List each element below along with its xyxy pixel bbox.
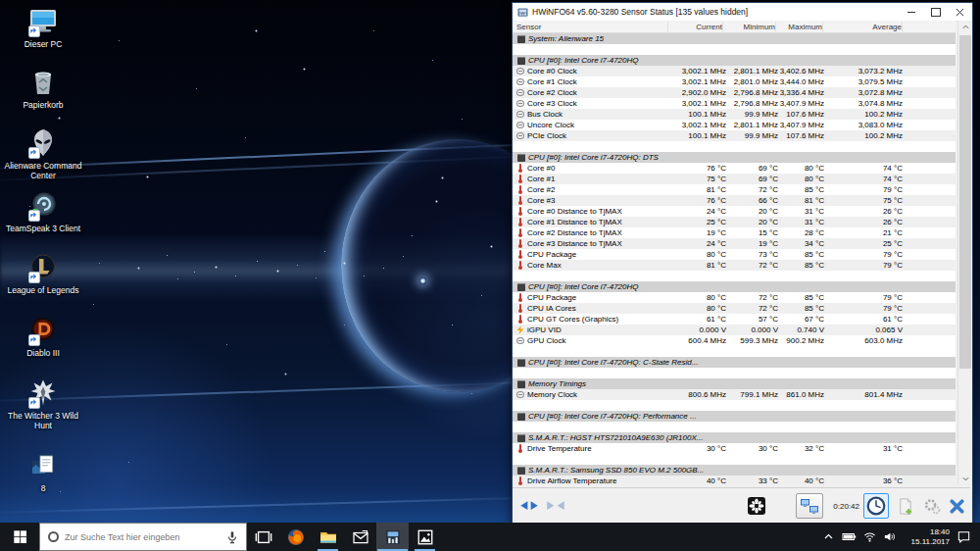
- maximize-button[interactable]: [923, 3, 948, 21]
- scroll-down-icon[interactable]: [958, 473, 973, 485]
- sensor-row[interactable]: CPU Package80 °C73 °C85 °C79 °C: [513, 249, 956, 260]
- sensor-row[interactable]: Core #1 Distance to TjMAX25 °C20 °C31 °C…: [513, 217, 956, 227]
- microphone-icon[interactable]: [224, 529, 240, 545]
- sensor-row[interactable]: Core #1 Clock3,002.1 MHz2,801.0 MHz3,444…: [513, 76, 956, 87]
- sensor-row[interactable]: CPU IA Cores80 °C72 °C85 °C79 °C: [513, 303, 956, 314]
- sensor-row[interactable]: Core #2 Distance to TjMAX19 °C15 °C28 °C…: [513, 227, 956, 238]
- witcher-icon: [27, 377, 59, 409]
- column-header[interactable]: Sensor Current Minimum Maximum Average: [513, 21, 956, 33]
- expand-values-button[interactable]: [516, 493, 542, 519]
- value-average: 74 °C: [824, 174, 903, 184]
- sensor-row[interactable]: Core #3 Distance to TjMAX24 °C19 °C34 °C…: [513, 238, 956, 249]
- scrollbar-thumb[interactable]: [959, 35, 971, 369]
- sensor-row[interactable]: Core #175 °C69 °C80 °C74 °C: [513, 174, 956, 184]
- column-minimum[interactable]: Minimum: [723, 22, 776, 32]
- sensor-row[interactable]: Memory Clock800.6 MHz799.1 MHz861.0 MHz8…: [513, 389, 956, 400]
- sensor-label: Core #3: [527, 195, 672, 206]
- value-minimum: 69 °C: [726, 163, 778, 174]
- taskbar-app-hwinfo[interactable]: [376, 523, 409, 551]
- column-maximum[interactable]: Maximum: [776, 22, 823, 32]
- desktop-icon-label: The Witcher 3 Wild Hunt: [0, 411, 86, 430]
- sensor-row[interactable]: Core #0 Distance to TjMAX24 °C20 °C31 °C…: [513, 206, 956, 217]
- desktop-icon-8[interactable]: 8: [0, 450, 86, 493]
- desktop-icon-papierkorb[interactable]: Papierkorb: [0, 67, 86, 110]
- thermometer-icon: [516, 261, 524, 270]
- value-maximum: 85 °C: [778, 303, 824, 314]
- value-maximum: 32 °C: [778, 443, 824, 454]
- spacer-row: [513, 141, 956, 152]
- taskbar-app-photos[interactable]: [409, 523, 441, 551]
- sensor-group-header[interactable]: System: Alienware 15: [513, 33, 956, 44]
- scrollbar[interactable]: [957, 21, 972, 485]
- minimize-button[interactable]: [899, 3, 923, 21]
- sensor-row[interactable]: Uncore Clock3,002.1 MHz2,801.1 MHz3,407.…: [513, 120, 956, 130]
- sensor-group-header[interactable]: S.M.A.R.T.: Samsung SSD 850 EVO M.2 500G…: [513, 465, 956, 476]
- desktop-icon-alienware-command-center[interactable]: Alienware Command Center: [0, 127, 86, 180]
- column-average[interactable]: Average: [823, 22, 903, 32]
- taskbar-app-firefox[interactable]: [279, 523, 312, 551]
- desktop-icon-dieser-pc[interactable]: Dieser PC: [0, 6, 86, 49]
- desktop-icon-the-witcher-3-wild-hunt[interactable]: The Witcher 3 Wild Hunt: [0, 377, 86, 430]
- system-tray: 18:40 15.11.2017: [822, 523, 980, 551]
- battery-icon[interactable]: [842, 530, 857, 543]
- sensor-group-header[interactable]: S.M.A.R.T.: HGST HTS721010A9E630 (JR100X…: [513, 432, 956, 443]
- sensor-row[interactable]: Core Max81 °C72 °C85 °C79 °C: [513, 260, 956, 271]
- fan-control-button[interactable]: [744, 493, 769, 519]
- sensor-row[interactable]: Core #281 °C72 °C85 °C79 °C: [513, 184, 956, 195]
- sensor-group-header[interactable]: CPU [#0]: Intel Core i7-4720HQ: [513, 55, 956, 66]
- sensor-row[interactable]: Core #076 °C69 °C80 °C74 °C: [513, 163, 956, 174]
- sensor-label: Core #3 Distance to TjMAX: [527, 238, 672, 249]
- sensor-group-header[interactable]: CPU [#0]: Intel Core i7-4720HQ: Performa…: [513, 411, 956, 422]
- desktop-icon-league-of-legends[interactable]: League of Legends: [0, 252, 86, 295]
- taskbar-app-task-view[interactable]: [247, 523, 279, 551]
- sensor-row[interactable]: Core #3 Clock3,002.1 MHz2,796.8 MHz3,407…: [513, 98, 956, 109]
- sensor-row[interactable]: Core #2 Clock2,902.0 MHz2,796.8 MHz3,336…: [513, 87, 956, 98]
- sensor-group-header[interactable]: CPU [#0]: Intel Core i7-4720HQ: DTS: [513, 152, 956, 163]
- value-average: 3,079.5 MHz: [824, 76, 903, 87]
- settings-button[interactable]: [919, 493, 945, 519]
- chip-icon: [517, 413, 525, 421]
- sensor-row[interactable]: Drive Temperature30 °C30 °C32 °C31 °C: [513, 443, 956, 454]
- sensor-row[interactable]: Core #376 °C66 °C81 °C75 °C: [513, 195, 956, 206]
- logging-clock-button[interactable]: [863, 493, 889, 519]
- sensor-row[interactable]: CPU Package80 °C72 °C85 °C79 °C: [513, 292, 956, 303]
- close-button[interactable]: [948, 3, 972, 21]
- title-bar[interactable]: HWiNFO64 v5.60-3280 Sensor Status [135 v…: [513, 3, 972, 22]
- remote-monitoring-button[interactable]: [796, 493, 823, 519]
- hidden-icons-chevron-icon[interactable]: [822, 530, 835, 543]
- taskbar-app-mail[interactable]: [344, 523, 376, 551]
- sensor-row[interactable]: iGPU VID0.000 V0.000 V0.740 V0.065 V: [513, 325, 956, 335]
- taskbar-clock[interactable]: 18:40 15.11.2017: [903, 527, 950, 547]
- hwinfo-icon: [384, 528, 402, 546]
- search-box[interactable]: [39, 523, 247, 551]
- column-sensor[interactable]: Sensor: [516, 22, 668, 32]
- taskbar-app-file-explorer[interactable]: [312, 523, 344, 551]
- sensor-row[interactable]: Drive Airflow Temperature40 °C33 °C40 °C…: [513, 476, 956, 485]
- desktop-icon-teamspeak-3-client[interactable]: TeamSpeak 3 Client: [0, 190, 86, 233]
- scroll-up-icon[interactable]: [958, 21, 973, 33]
- taskbar: 18:40 15.11.2017: [0, 523, 980, 551]
- desktop-icon-diablo-iii[interactable]: Diablo III: [0, 315, 86, 358]
- action-center-icon[interactable]: [956, 529, 971, 544]
- value-average: 79 °C: [824, 260, 903, 271]
- value-average: 79 °C: [824, 249, 903, 260]
- sensor-row[interactable]: PCIe Clock100.1 MHz99.9 MHz107.6 MHz100.…: [513, 130, 956, 141]
- search-input[interactable]: [65, 532, 224, 542]
- sensor-group-header[interactable]: CPU [#0]: Intel Core i7-4720HQ: C-State …: [513, 357, 956, 368]
- column-current[interactable]: Current: [668, 22, 723, 32]
- sensor-row[interactable]: CPU GT Cores (Graphics)61 °C57 °C67 °C61…: [513, 314, 956, 325]
- desktop-icon-label: League of Legends: [0, 285, 86, 295]
- value-minimum: 30 °C: [726, 443, 778, 454]
- sensor-group-header[interactable]: Memory Timings: [513, 378, 956, 389]
- wifi-icon[interactable]: [863, 530, 876, 543]
- report-button[interactable]: [892, 493, 917, 519]
- collapse-values-button[interactable]: [543, 493, 568, 519]
- sensor-row[interactable]: GPU Clock600.4 MHz599.3 MHz900.2 MHz603.…: [513, 335, 956, 346]
- sensor-row[interactable]: Bus Clock100.1 MHz99.9 MHz107.6 MHz100.2…: [513, 109, 956, 120]
- volume-icon[interactable]: [883, 530, 896, 543]
- sensor-label: CPU Package: [527, 249, 672, 260]
- sensor-row[interactable]: Core #0 Clock3,002.1 MHz2,801.1 MHz3,402…: [513, 66, 956, 76]
- sensor-group-header[interactable]: CPU [#0]: Intel Core i7-4720HQ: [513, 281, 956, 292]
- start-button[interactable]: [0, 523, 39, 551]
- close-sensors-button[interactable]: [944, 493, 969, 519]
